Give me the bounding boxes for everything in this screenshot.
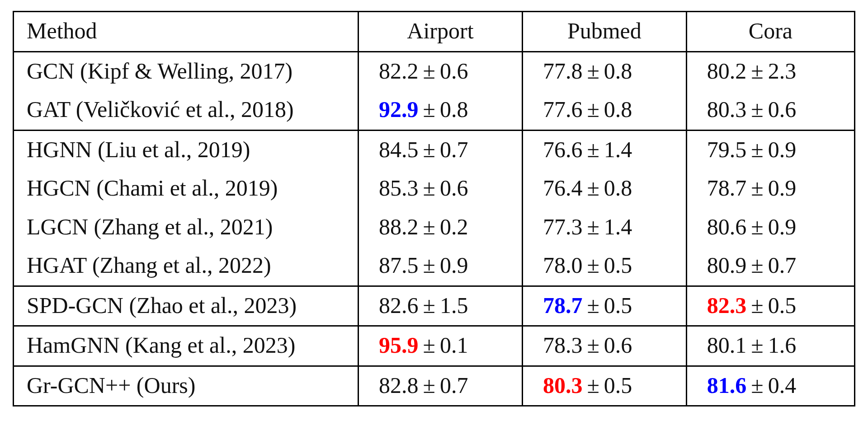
value-cell: 82.8±0.7 — [359, 366, 523, 406]
method-cell: HGNN (Liu et al., 2019) — [14, 130, 359, 169]
value-cell: 77.6±0.8 — [522, 91, 686, 130]
method-cell: GCN (Kipf & Welling, 2017) — [14, 51, 359, 91]
value-cell: 77.8±0.8 — [522, 51, 686, 91]
method-cell: HGCN (Chami et al., 2019) — [14, 169, 359, 208]
method-cell: GAT (Veličković et al., 2018) — [14, 91, 359, 130]
method-cell: LGCN (Zhang et al., 2021) — [14, 208, 359, 247]
table-row: HGAT (Zhang et al., 2022) 87.5±0.9 78.0±… — [14, 247, 855, 286]
table-row: Gr-GCN++ (Ours) 82.8±0.7 80.3±0.5 81.6±0… — [14, 366, 855, 406]
value-cell: 78.7±0.5 — [522, 286, 686, 326]
table-row: GAT (Veličković et al., 2018) 92.9±0.8 7… — [14, 91, 855, 130]
value-cell: 80.2±2.3 — [686, 51, 854, 91]
value-cell: 87.5±0.9 — [359, 247, 523, 286]
value-cell: 82.2±0.6 — [359, 51, 523, 91]
value-cell: 80.6±0.9 — [686, 208, 854, 247]
table-row: LGCN (Zhang et al., 2021) 88.2±0.2 77.3±… — [14, 208, 855, 247]
method-cell: HGAT (Zhang et al., 2022) — [14, 247, 359, 286]
table-row: SPD-GCN (Zhao et al., 2023) 82.6±1.5 78.… — [14, 286, 855, 326]
value-cell: 95.9±0.1 — [359, 326, 523, 366]
col-cora-header: Cora — [686, 12, 854, 52]
value-cell: 76.6±1.4 — [522, 130, 686, 169]
value-cell: 78.0±0.5 — [522, 247, 686, 286]
value-cell: 80.9±0.7 — [686, 247, 854, 286]
value-cell: 82.3±0.5 — [686, 286, 854, 326]
results-table: Method Airport Pubmed Cora GCN (Kipf & W… — [13, 11, 855, 406]
value-cell: 80.1±1.6 — [686, 326, 854, 366]
value-cell: 85.3±0.6 — [359, 169, 523, 208]
table-row: HamGNN (Kang et al., 2023) 95.9±0.1 78.3… — [14, 326, 855, 366]
table-row: HGCN (Chami et al., 2019) 85.3±0.6 76.4±… — [14, 169, 855, 208]
value-cell: 81.6±0.4 — [686, 366, 854, 406]
col-method-header: Method — [14, 12, 359, 52]
col-airport-header: Airport — [359, 12, 523, 52]
method-cell: HamGNN (Kang et al., 2023) — [14, 326, 359, 366]
value-cell: 79.5±0.9 — [686, 130, 854, 169]
value-cell: 80.3±0.5 — [522, 366, 686, 406]
value-cell: 77.3±1.4 — [522, 208, 686, 247]
value-cell: 84.5±0.7 — [359, 130, 523, 169]
value-cell: 82.6±1.5 — [359, 286, 523, 326]
method-cell: SPD-GCN (Zhao et al., 2023) — [14, 286, 359, 326]
table-header-row: Method Airport Pubmed Cora — [14, 12, 855, 52]
value-cell: 76.4±0.8 — [522, 169, 686, 208]
value-cell: 78.7±0.9 — [686, 169, 854, 208]
value-cell: 80.3±0.6 — [686, 91, 854, 130]
value-cell: 78.3±0.6 — [522, 326, 686, 366]
col-pubmed-header: Pubmed — [522, 12, 686, 52]
results-table-container: Method Airport Pubmed Cora GCN (Kipf & W… — [0, 0, 868, 417]
table-row: HGNN (Liu et al., 2019) 84.5±0.7 76.6±1.… — [14, 130, 855, 169]
method-cell: Gr-GCN++ (Ours) — [14, 366, 359, 406]
value-cell: 88.2±0.2 — [359, 208, 523, 247]
table-row: GCN (Kipf & Welling, 2017) 82.2±0.6 77.8… — [14, 51, 855, 91]
value-cell: 92.9±0.8 — [359, 91, 523, 130]
